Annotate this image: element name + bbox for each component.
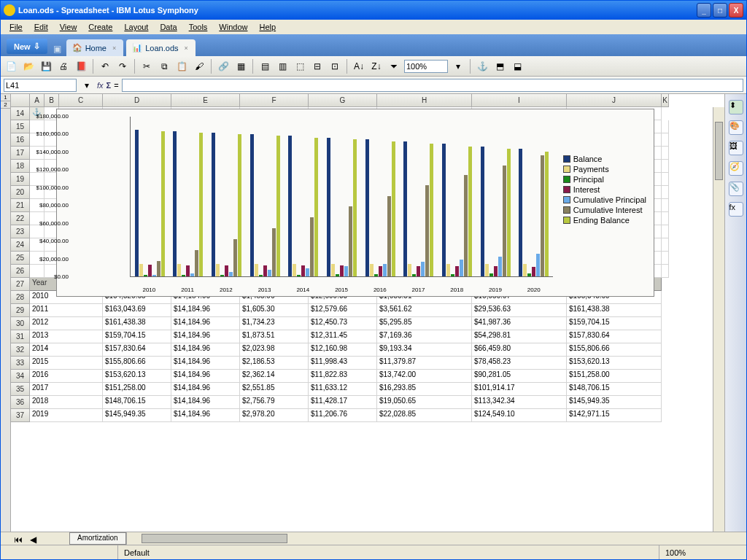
sheet-tab-bar: ⏮ ◀ Amortization [1,532,746,545]
arrange-icon[interactable]: ⬒ [492,59,507,74]
styles-icon[interactable]: 🎨 [729,120,743,135]
outline-gutter[interactable]: 1 2 [1,94,11,532]
row-header[interactable]: 31 [11,330,30,343]
col-icon[interactable]: ▥ [275,59,290,74]
window-title: Loan.ods - Spreadsheet - IBM Lotus Symph… [18,6,697,15]
align-icon[interactable]: ⬓ [510,59,525,74]
vertical-scrollbar[interactable] [713,107,724,532]
split-icon[interactable]: ⊟ [310,59,325,74]
menu-help[interactable]: Help [253,21,282,33]
properties-icon[interactable]: ⬍ [729,100,743,114]
pdf-icon[interactable]: 📕 [74,59,88,74]
menu-edit[interactable]: Edit [28,21,54,33]
col-header-K[interactable]: K [662,94,669,107]
zoom-dropdown-icon[interactable]: ▾ [451,59,465,74]
table-icon[interactable]: ▦ [233,59,248,74]
window-list-icon[interactable]: ▣ [50,42,65,56]
maximize-button[interactable]: □ [713,3,727,18]
spreadsheet-icon: 📊 [132,43,142,52]
col-header-H[interactable]: H [377,94,472,107]
row-header[interactable]: 28 [11,291,30,304]
formula-input[interactable] [122,79,743,92]
undo-icon[interactable]: ↶ [98,59,112,74]
anchor-icon[interactable]: ⚓ [475,59,489,74]
tab-loan-ods[interactable]: 📊Loan.ods× [126,39,196,56]
menu-file[interactable]: File [4,21,28,33]
col-header-I[interactable]: I [472,94,567,107]
menu-layout[interactable]: Layout [118,21,154,33]
cell-reference-input[interactable] [4,79,77,92]
close-button[interactable]: X [729,3,743,18]
chevron-down-icon: ⇩ [34,42,40,51]
legend-item: Principal [563,175,646,184]
navigator-icon[interactable]: 🧭 [729,161,743,176]
open-icon[interactable]: 📂 [21,59,36,74]
col-header-F[interactable]: F [240,94,309,107]
status-zoom: 100% [659,545,717,559]
col-header-A[interactable]: A [30,94,44,107]
copy-icon[interactable]: ⧉ [157,59,171,74]
row-header[interactable]: 33 [11,357,30,370]
zoom-input[interactable] [404,60,448,73]
legend-item: Cumulative Principal [563,195,646,204]
menu-window[interactable]: Window [213,21,253,33]
hyperlink-icon[interactable]: 🔗 [216,59,231,74]
redo-icon[interactable]: ↷ [115,59,130,74]
close-tab-icon[interactable]: × [185,44,188,52]
chart[interactable]: $0.00$20,000.00$40,000.00$60,000.00$80,0… [56,109,654,297]
app-icon [4,4,15,16]
filter-icon[interactable]: ⏷ [387,59,401,74]
fx-icon[interactable]: fx [97,81,104,90]
status-bar: Default 100% [1,545,746,559]
legend-item: Cumulative Interest [563,206,646,214]
sort-asc-icon[interactable]: A↓ [352,59,366,74]
minimize-button[interactable]: _ [697,3,711,18]
sigma-icon[interactable]: Σ [107,81,112,90]
gallery-icon[interactable]: 🖼 [729,141,743,155]
cellref-dropdown-icon[interactable]: ▾ [80,78,94,93]
functions-icon[interactable]: fx [729,202,743,217]
cut-icon[interactable]: ✂ [139,59,154,74]
col-header-G[interactable]: G [309,94,377,107]
menu-data[interactable]: Data [154,21,182,33]
clip-icon[interactable]: 📎 [729,182,743,196]
col-header-C[interactable]: C [59,94,103,107]
format-paint-icon[interactable]: 🖌 [192,59,206,74]
row-header[interactable]: 23 [11,225,30,238]
row-icon[interactable]: ▤ [258,59,272,74]
menu-create[interactable]: Create [82,21,118,33]
wrap-icon[interactable]: ⊡ [328,59,342,74]
merge-icon[interactable]: ⬚ [293,59,307,74]
sheet-tab-amortization[interactable]: Amortization [69,532,126,545]
new-doc-icon[interactable]: 📄 [4,59,18,74]
legend-item: Interest [563,185,646,194]
row-header[interactable]: 32 [11,343,30,357]
menu-view[interactable]: View [54,21,83,33]
col-header-J[interactable]: J [567,94,662,107]
paste-icon[interactable]: 📋 [174,59,189,74]
sort-desc-icon[interactable]: Z↓ [369,59,384,74]
equals-icon[interactable]: = [114,81,118,90]
side-panel: ⬍ 🎨 🖼 🧭 📎 fx [724,94,746,532]
col-header-E[interactable]: E [171,94,240,107]
row-header[interactable]: 30 [11,317,30,330]
save-icon[interactable]: 💾 [39,59,53,74]
row-header[interactable]: 37 [11,409,30,422]
table-row: 372019$145,949.35$14,184.96$2,978.20$11,… [11,409,724,422]
spreadsheet-grid[interactable]: ABCDEFGHIJK 14⚓Oct$164,883.55$1,182.08$1… [11,94,724,532]
table-row: 312013$159,704.15$14,184.96$1,873.51$12,… [11,330,724,343]
table-row: 302012$161,438.38$14,184.96$1,734.23$12,… [11,317,724,330]
print-icon[interactable]: 🖨 [56,59,71,74]
row-header[interactable]: 29 [11,304,30,317]
close-tab-icon[interactable]: × [112,44,116,52]
row-header[interactable]: 36 [11,396,30,409]
row-header[interactable]: 35 [11,383,30,396]
new-button[interactable]: New⇩ [7,39,47,54]
row-header[interactable]: 34 [11,370,30,383]
col-header-B[interactable]: B [44,94,59,107]
tab-home[interactable]: 🏠Home× [66,39,124,56]
menu-tools[interactable]: Tools [183,21,214,33]
col-header-D[interactable]: D [103,94,171,107]
horizontal-scrollbar[interactable] [126,532,724,545]
document-tabstrip: New⇩ ▣ 🏠Home× 📊Loan.ods× [1,34,746,56]
